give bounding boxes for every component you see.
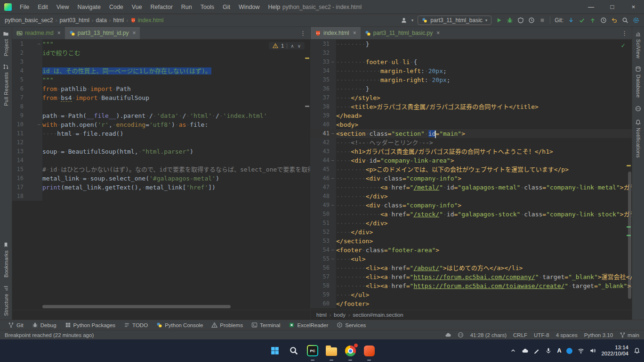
line-number[interactable]: 14 [12, 156, 42, 165]
code-text[interactable]: ········} [336, 40, 632, 49]
menu-item-tools[interactable]: Tools [196, 0, 218, 14]
code-line[interactable]: 18 [12, 192, 310, 201]
code-text[interactable]: ········<li><a·href="https://forum.pc5ba… [336, 281, 632, 290]
code-text[interactable]: </head> [336, 111, 632, 120]
code-line[interactable]: 48········</div> [311, 192, 632, 201]
wifi-icon[interactable] [578, 347, 584, 354]
code-text[interactable]: <footer·class="footer-area"> [336, 246, 632, 255]
menu-item-refactor[interactable]: Refactor [146, 0, 177, 14]
line-number[interactable]: 39 [311, 111, 336, 120]
line-number[interactable]: 1− [12, 40, 42, 49]
line-number[interactable]: 3 [12, 58, 42, 66]
microphone-icon[interactable] [545, 347, 552, 354]
menu-item-edit[interactable]: Edit [33, 0, 52, 14]
code-line[interactable]: 52····</div> [311, 228, 632, 237]
fold-marker[interactable]: − [331, 174, 334, 183]
code-text[interactable]: ····</style> [336, 93, 632, 102]
code-text[interactable]: ····</div> [336, 228, 632, 237]
code-line[interactable]: 47············<a·href="/metal/"·id="gala… [311, 183, 632, 192]
code-area[interactable]: 31········}3233−········footer·ul·li·{34… [311, 40, 632, 310]
code-text[interactable]: ····<title>ガラパゴス貴金属/ガラパゴス証券の合同サイト</title… [336, 102, 632, 111]
git-history-button[interactable] [600, 17, 607, 24]
code-line[interactable]: 55−····<ul> [311, 255, 632, 263]
python-editor[interactable]: 1−"""2idで絞りこむ34id·は、その性質上、同一ページに1しか存在しない… [12, 40, 310, 310]
code-line[interactable]: 58········<li><a·href="https://forum.pc5… [311, 281, 632, 290]
inspection-nav[interactable]: ∧∨ [287, 43, 301, 49]
file-encoding[interactable]: UTF-8 [534, 332, 549, 338]
line-separator[interactable]: CRLF [513, 332, 527, 338]
code-text[interactable]: ········<div·class="company-info"> [336, 174, 632, 183]
fold-marker[interactable]: − [331, 246, 334, 255]
debug-button[interactable] [507, 17, 513, 24]
git-commit-button[interactable] [579, 17, 585, 24]
line-number[interactable]: 33− [311, 58, 336, 66]
breadcrumb-item[interactable]: part03_html [59, 17, 89, 24]
line-number[interactable]: 58 [311, 281, 336, 290]
close-icon[interactable]: × [57, 30, 61, 36]
line-number[interactable]: 15 [12, 165, 42, 174]
close-icon[interactable]: × [353, 30, 356, 36]
line-number[interactable]: 5 [12, 75, 42, 84]
tool-window-excelreader[interactable]: ExcelReader [284, 320, 332, 330]
code-line[interactable]: 10−with·path.open('r',·encoding='utf8')·… [12, 120, 310, 129]
line-number[interactable]: 53 [311, 237, 336, 246]
line-number[interactable]: 36 [311, 84, 336, 93]
ime-mode[interactable]: A [557, 347, 561, 354]
inspection-widget[interactable]: 1 ∧∨ [269, 42, 305, 49]
git-push-button[interactable] [589, 17, 596, 24]
code-line[interactable]: 6from·pathlib·import·Path [12, 84, 310, 93]
line-number[interactable]: 55− [311, 255, 336, 263]
code-text[interactable]: with·path.open('r',·encoding='utf8')·as·… [42, 120, 310, 129]
line-number[interactable]: 37 [311, 93, 336, 102]
html-editor[interactable]: 31········}3233−········footer·ul·li·{34… [311, 40, 632, 310]
code-text[interactable]: ····<ul> [336, 255, 632, 263]
fold-marker[interactable]: − [331, 156, 334, 165]
tool-window-services[interactable]: Services [332, 320, 370, 330]
menu-item-window[interactable]: Window [234, 0, 264, 14]
code-text[interactable]: soup·=·BeautifulSoup(html,·"html.parser"… [42, 147, 310, 156]
search-everywhere-button[interactable] [622, 17, 628, 24]
volume-icon[interactable] [589, 347, 596, 354]
code-text[interactable]: ········<div·class="company-info"> [336, 201, 632, 210]
menu-item-run[interactable]: Run [177, 0, 196, 14]
code-text[interactable]: #·id·はひとつしかない(はず)。なので、idで要素を取得するならば、sele… [42, 165, 310, 174]
code-line[interactable]: 3 [12, 58, 310, 66]
code-line[interactable]: 12 [12, 138, 310, 147]
stripe-structure[interactable]: Structure [3, 285, 9, 316]
line-number[interactable]: 16 [12, 174, 42, 183]
code-line[interactable]: 50············<a·href="/stock/"·id="gala… [311, 210, 632, 219]
tool-window-git[interactable]: Git [4, 320, 28, 330]
code-line[interactable]: 44−····<div·id="company-link-area"> [311, 156, 632, 165]
pen-icon[interactable] [533, 347, 540, 354]
line-number[interactable]: 41− [311, 129, 336, 138]
code-line[interactable]: 51········</div> [311, 219, 632, 228]
line-number[interactable]: 59 [311, 290, 336, 299]
code-text[interactable]: ····<div·id="company-link-area"> [336, 156, 632, 165]
code-line[interactable]: 32 [311, 49, 632, 58]
line-number[interactable]: 11 [12, 129, 42, 138]
code-line[interactable]: 8 [12, 102, 310, 111]
code-text[interactable]: ············margin-right:·20px; [336, 75, 632, 84]
line-number[interactable]: 60 [311, 299, 336, 308]
code-line[interactable]: 5""" [12, 75, 310, 84]
fold-marker[interactable]: − [331, 58, 334, 66]
line-number[interactable]: 57 [311, 272, 336, 281]
stripe-project[interactable]: Project [3, 31, 9, 56]
python-interpreter[interactable]: Python 3.10 [584, 332, 613, 338]
code-text[interactable]: ········<li><a·href="https://forum.pc5ba… [336, 272, 632, 281]
code-text[interactable]: ········</div> [336, 192, 632, 201]
tab-index.html[interactable]: index.html× [311, 27, 361, 39]
stripe-bookmarks[interactable]: Bookmarks [3, 242, 9, 278]
code-line[interactable]: 17print(metal_link.getText(),·metal_link… [12, 183, 310, 192]
menu-item-file[interactable]: File [16, 0, 33, 14]
line-number[interactable]: 48 [311, 192, 336, 201]
git-rollback-button[interactable] [611, 17, 618, 24]
line-number[interactable]: 52 [311, 228, 336, 237]
stripe-database[interactable]: Database [635, 66, 641, 98]
code-line[interactable]: 41−<section·class="section"·id="main"> [311, 129, 632, 138]
code-text[interactable]: ········<p>このドメインでは、以下の会社がウェブサイトを運営しています… [336, 165, 632, 174]
code-text[interactable]: ····html·=·file.read() [42, 129, 310, 138]
line-number[interactable]: 32 [311, 49, 336, 58]
code-line[interactable]: 13soup·=·BeautifulSoup(html,·"html.parse… [12, 147, 310, 156]
code-text[interactable]: from·bs4·import·BeautifulSoup [42, 93, 310, 102]
